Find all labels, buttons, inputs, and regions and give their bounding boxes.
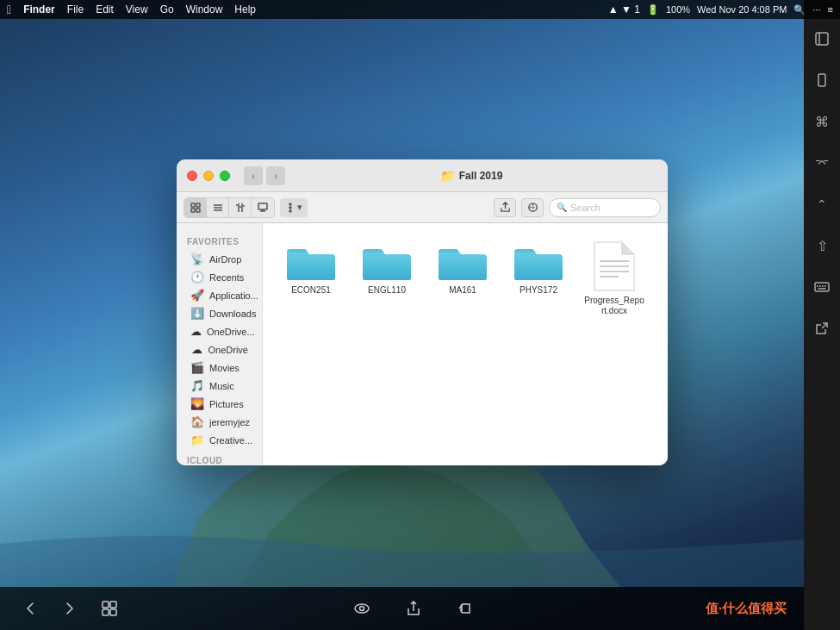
svg-rect-0 <box>191 203 195 207</box>
sidebar-item-downloads[interactable]: ⬇️ Downloads <box>180 304 258 322</box>
svg-rect-27 <box>818 74 825 86</box>
sidebar-item-airdrop[interactable]: 📡 AirDrop <box>180 250 258 268</box>
svg-point-39 <box>355 604 369 613</box>
forward-button[interactable]: › <box>266 166 285 185</box>
sidebar-item-onedrive1[interactable]: ☁ OneDrive... <box>180 322 258 340</box>
bottom-back-button[interactable] <box>17 596 43 621</box>
svg-rect-2 <box>191 209 195 212</box>
applications-icon: 🚀 <box>190 289 204 302</box>
sidebar-item-onedrive2[interactable]: ☁ OneDrive <box>180 340 258 359</box>
external-link-icon[interactable] <box>809 315 835 341</box>
apple-menu[interactable]:  <box>7 3 11 16</box>
view-list-button[interactable] <box>207 198 229 217</box>
right-sidebar: ⌘ ⌤ ⌃ ⇧ <box>804 0 840 630</box>
menubar-window[interactable]: Window <box>186 3 223 16</box>
bottom-center-controls <box>349 596 478 621</box>
share-button[interactable] <box>494 198 516 217</box>
bottom-preview-button[interactable] <box>349 596 375 621</box>
expand-icon[interactable] <box>809 26 835 52</box>
file-item-ma161[interactable]: MA161 <box>428 237 497 320</box>
file-item-phys172[interactable]: PHYS172 <box>504 237 573 320</box>
sidebar-item-applications[interactable]: 🚀 Applicatio... <box>180 286 258 304</box>
svg-rect-28 <box>815 283 829 291</box>
menubar-edit[interactable]: Edit <box>96 3 114 16</box>
svg-line-34 <box>822 323 827 328</box>
apps-icon[interactable]: ≡ <box>828 4 833 15</box>
file-progress-report-label: Progress_Report.docx <box>583 296 645 316</box>
finder-sidebar: Favorites 📡 AirDrop 🕐 Recents 🚀 Applicat… <box>177 223 263 465</box>
back-button[interactable]: ‹ <box>244 166 263 185</box>
wifi-status: ▲ ▼ 1 <box>608 3 640 16</box>
sidebar-item-recents[interactable]: 🕐 Recents <box>180 268 258 286</box>
bottom-grid-button[interactable] <box>96 596 122 621</box>
bottom-right-watermark: 值·什么值得买 <box>706 601 787 617</box>
tag-button[interactable] <box>521 198 544 217</box>
svg-rect-35 <box>103 602 109 608</box>
bottom-left-controls <box>17 596 122 621</box>
menubar-finder[interactable]: Finder <box>23 3 55 16</box>
close-button[interactable] <box>187 171 197 181</box>
svg-rect-36 <box>110 602 116 608</box>
movies-icon: 🎬 <box>190 361 204 374</box>
airdrop-icon: 📡 <box>190 253 204 265</box>
more-icon[interactable]: ··· <box>812 4 820 15</box>
sidebar-item-home[interactable]: 🏠 jeremyjez <box>180 413 258 431</box>
finder-main: Favorites 📡 AirDrop 🕐 Recents 🚀 Applicat… <box>177 223 668 465</box>
menubar-left:  Finder File Edit View Go Window Help <box>7 3 256 16</box>
battery-status: 🔋 <box>647 4 659 16</box>
onedrive1-icon: ☁ <box>190 325 202 338</box>
file-engl110-label: ENGL110 <box>368 285 406 296</box>
window-title: Fall 2019 <box>459 170 503 182</box>
svg-rect-1 <box>196 203 200 207</box>
bottom-back2-button[interactable] <box>452 596 478 621</box>
bottom-forward-button[interactable] <box>57 596 83 621</box>
sidebar-applications-label: Applicatio... <box>209 290 258 301</box>
share-up-icon[interactable]: ⇧ <box>809 233 835 259</box>
watermark-text: 值·什么值得买 <box>706 601 787 617</box>
file-item-progress-report[interactable]: Progress_Report.docx <box>580 237 649 320</box>
traffic-lights <box>187 171 230 181</box>
sidebar-item-movies[interactable]: 🎬 Movies <box>180 359 258 377</box>
menubar-view[interactable]: View <box>126 3 148 16</box>
svg-point-15 <box>289 207 291 209</box>
search-box[interactable]: 🔍 Search <box>549 198 661 217</box>
file-item-econ251[interactable]: ECON251 <box>277 237 345 320</box>
search-icon: 🔍 <box>557 203 567 212</box>
svg-rect-38 <box>110 609 116 615</box>
action-button[interactable]: ▾ <box>280 198 308 217</box>
finder-window: ‹ › 📁 Fall 2019 <box>177 159 668 465</box>
menubar-go[interactable]: Go <box>160 3 174 16</box>
keyboard-icon[interactable] <box>809 274 835 300</box>
sidebar-item-music[interactable]: 🎵 Music <box>180 377 258 395</box>
menubar-file[interactable]: File <box>67 3 84 16</box>
sidebar-item-creative[interactable]: 📁 Creative... <box>180 431 258 449</box>
return-icon[interactable]: ⌤ <box>809 150 835 176</box>
file-item-engl110[interactable]: ENGL110 <box>352 237 421 320</box>
view-column-button[interactable] <box>229 198 252 217</box>
view-icon-button[interactable] <box>184 198 207 217</box>
folder-phys172-icon <box>513 240 564 282</box>
portrait-icon[interactable] <box>809 67 835 93</box>
chevron-up-icon[interactable]: ⌃ <box>809 191 835 217</box>
menubar-help[interactable]: Help <box>234 3 256 16</box>
minimize-button[interactable] <box>203 171 214 181</box>
command-icon[interactable]: ⌘ <box>809 109 835 134</box>
sidebar-item-pictures[interactable]: 🌄 Pictures <box>180 395 258 413</box>
folder-econ251-icon <box>285 240 337 282</box>
onedrive2-icon: ☁ <box>190 343 203 356</box>
view-buttons <box>184 197 275 218</box>
downloads-icon: ⬇️ <box>190 307 204 320</box>
view-gallery-button[interactable] <box>252 198 274 217</box>
maximize-button[interactable] <box>220 171 230 181</box>
spotlight-icon[interactable]: 🔍 <box>793 4 806 16</box>
music-icon: 🎵 <box>190 379 204 392</box>
battery-percent: 100% <box>666 4 690 15</box>
bottom-share-button[interactable] <box>401 596 426 621</box>
file-grid: ECON251 ENGL11 <box>263 223 668 465</box>
recents-icon: 🕐 <box>190 271 204 284</box>
svg-rect-37 <box>103 609 109 615</box>
svg-point-16 <box>289 203 291 205</box>
pictures-icon: 🌄 <box>190 397 204 410</box>
menubar-right: ▲ ▼ 1 🔋 100% Wed Nov 20 4:08 PM 🔍 ··· ≡ <box>608 3 833 16</box>
folder-ma161-icon <box>437 240 488 282</box>
